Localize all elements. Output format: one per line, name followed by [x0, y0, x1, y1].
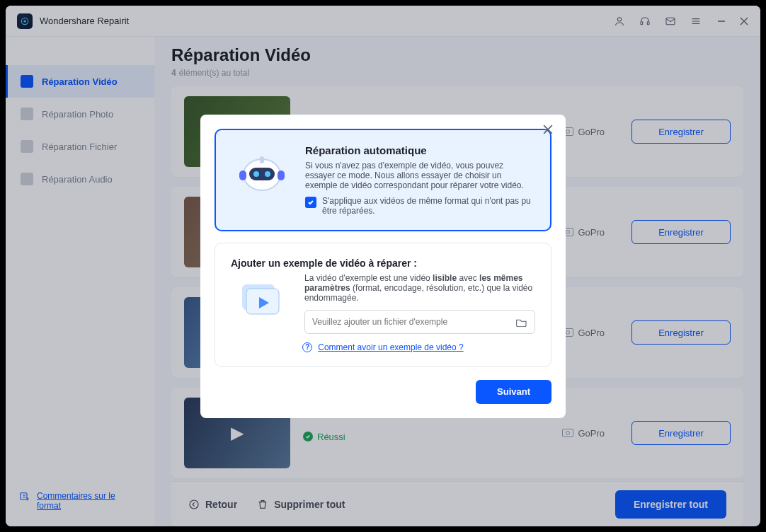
help-link[interactable]: Comment avoir un exemple de vidéo ?	[318, 342, 463, 352]
sample-panel[interactable]: Ajouter un exemple de vidéo à réparer : …	[215, 243, 551, 367]
svg-rect-9	[249, 168, 275, 180]
folder-icon[interactable]	[516, 317, 527, 327]
close-icon[interactable]	[543, 125, 554, 136]
sample-video-icon	[231, 273, 292, 327]
repair-mode-modal: Réparation automatique Si vous n'avez pa…	[200, 115, 566, 418]
svg-rect-12	[239, 170, 246, 180]
checkbox-label: S'applique aux vidéos de même format qui…	[322, 196, 535, 216]
svg-point-11	[265, 171, 270, 177]
auto-repair-panel[interactable]: Réparation automatique Si vous n'avez pa…	[215, 129, 551, 231]
sample-desc: La vidéo d'exemple est une vidéo lisible…	[304, 273, 535, 303]
svg-rect-13	[278, 170, 285, 180]
svg-point-10	[253, 171, 259, 177]
robot-icon	[231, 144, 292, 198]
svg-rect-14	[260, 156, 264, 163]
sample-input[interactable]	[304, 310, 535, 334]
help-icon: ?	[302, 342, 312, 352]
modal-overlay[interactable]: Réparation automatique Si vous n'avez pa…	[6, 6, 760, 526]
next-button[interactable]: Suivant	[476, 380, 551, 404]
apply-checkbox[interactable]	[305, 197, 316, 208]
auto-repair-desc: Si vous n'avez pas d'exemple de vidéo, v…	[305, 161, 535, 190]
sample-file-field[interactable]	[312, 317, 510, 327]
sample-title: Ajouter un exemple de vidéo à réparer :	[231, 258, 535, 269]
auto-repair-title: Réparation automatique	[305, 144, 535, 156]
